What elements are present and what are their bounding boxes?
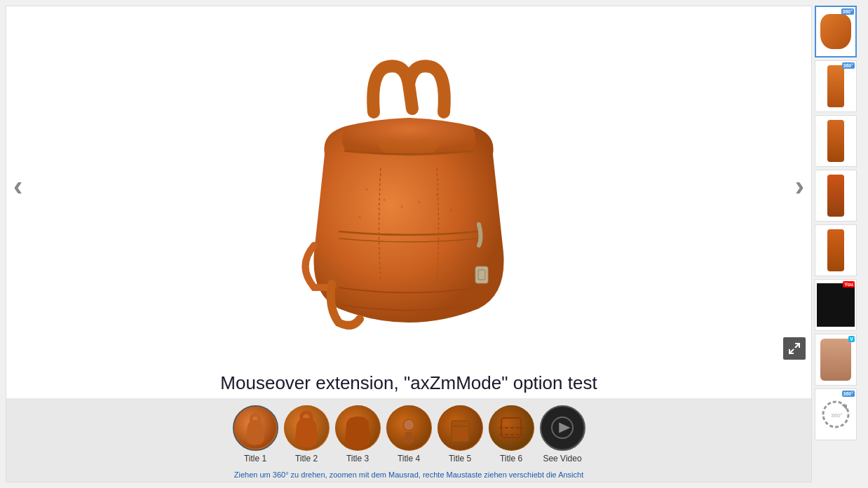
- sidebar-thumb-3[interactable]: [815, 115, 857, 167]
- expand-button[interactable]: [783, 337, 806, 360]
- thumb-item-6[interactable]: Title 6: [489, 405, 534, 463]
- svg-text:360°: 360°: [831, 412, 843, 419]
- svg-marker-25: [841, 405, 847, 410]
- svg-point-3: [366, 189, 368, 191]
- next-arrow[interactable]: ›: [795, 170, 804, 202]
- thumb-item-1[interactable]: Title 1: [233, 405, 278, 463]
- badge-360-1: 360°: [841, 8, 854, 15]
- caption-text: Mouseover extension, "axZmMode" option t…: [220, 372, 597, 393]
- svg-point-6: [419, 201, 421, 203]
- caption-section: Mouseover extension, "axZmMode" option t…: [6, 365, 811, 398]
- thumb-label-6: Title 6: [500, 454, 522, 463]
- thumb-label-1: Title 1: [244, 454, 266, 463]
- sidebar-thumb-8[interactable]: 360° 360°: [815, 388, 857, 440]
- thumb-circle-1[interactable]: [233, 405, 278, 451]
- sidebar-thumbs: 360° 360° You V: [815, 6, 862, 482]
- svg-point-4: [384, 199, 386, 201]
- main-product-image: [269, 28, 549, 344]
- prev-arrow[interactable]: ‹: [13, 170, 22, 202]
- thumb-circle-3[interactable]: [335, 405, 381, 451]
- svg-point-5: [401, 206, 403, 208]
- svg-point-8: [450, 210, 452, 212]
- viewer-area: ‹: [6, 6, 812, 482]
- badge-vimeo: V: [848, 336, 855, 342]
- thumb-label-3: Title 3: [346, 454, 369, 463]
- svg-point-16: [403, 419, 414, 431]
- image-section: ‹: [6, 6, 811, 365]
- thumb-circle-6[interactable]: [489, 405, 534, 451]
- sidebar-thumb-1[interactable]: 360°: [815, 6, 857, 57]
- main-container: ‹: [0, 0, 868, 488]
- sidebar-thumb-4[interactable]: [815, 170, 857, 222]
- thumb-label-2: Title 2: [295, 454, 318, 463]
- bottom-hint: Ziehen um 360° zu drehen, zoomen mit dem…: [6, 469, 811, 482]
- thumb-label-4: Title 4: [398, 454, 420, 463]
- sidebar-thumb-6[interactable]: You: [815, 279, 857, 331]
- thumb-circle-4[interactable]: [386, 405, 432, 451]
- thumbnails-strip: Title 1: [6, 398, 811, 469]
- sidebar-thumb-7[interactable]: V: [815, 334, 857, 386]
- badge-youtube: You: [843, 281, 855, 287]
- badge-360-8: 360°: [842, 391, 855, 397]
- thumb-item-3[interactable]: Title 3: [335, 405, 381, 463]
- thumb-label-video: See Video: [543, 454, 581, 463]
- svg-point-7: [436, 194, 438, 196]
- sidebar-thumb-2[interactable]: 360°: [815, 60, 857, 112]
- sidebar-thumb-5[interactable]: [815, 224, 857, 276]
- thumb-item-5[interactable]: Title 5: [438, 405, 483, 463]
- svg-point-9: [359, 217, 361, 219]
- svg-rect-0: [475, 266, 488, 283]
- thumb-circle-5[interactable]: [438, 405, 483, 451]
- thumb-label-5: Title 5: [449, 454, 471, 463]
- svg-rect-18: [452, 421, 469, 442]
- badge-360-2: 360°: [842, 62, 855, 69]
- thumb-item-video[interactable]: See Video: [540, 405, 585, 463]
- thumb-circle-2[interactable]: [284, 405, 330, 451]
- thumb-item-4[interactable]: Title 4: [386, 405, 432, 463]
- thumb-item-2[interactable]: Title 2: [284, 405, 330, 463]
- thumb-circle-video[interactable]: [540, 405, 585, 451]
